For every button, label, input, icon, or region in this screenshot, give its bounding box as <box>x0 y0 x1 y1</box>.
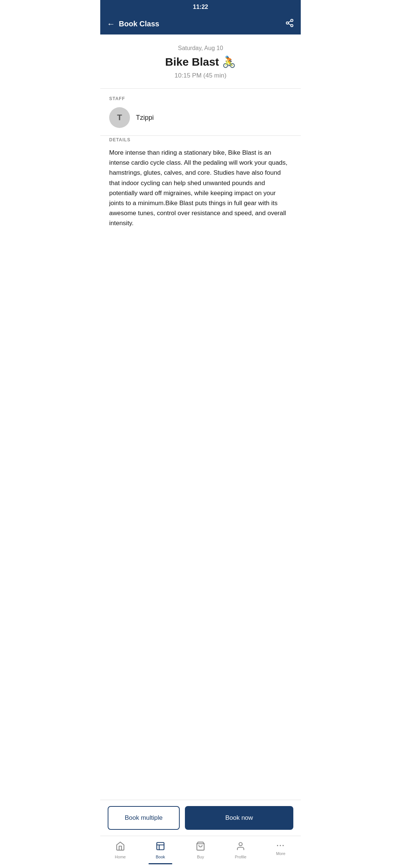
details-text: More intense than riding a stationary bi… <box>109 148 292 228</box>
status-bar: 11:22 <box>100 0 301 13</box>
details-section-label: DETAILS <box>109 137 292 142</box>
nav-item-buy[interactable]: Buy <box>180 840 221 861</box>
details-section: DETAILS More intense than riding a stati… <box>100 136 301 236</box>
status-time: 11:22 <box>193 4 208 10</box>
staff-name: Tzippi <box>136 114 154 122</box>
nav-item-book[interactable]: Book <box>140 840 180 861</box>
svg-rect-5 <box>157 842 164 850</box>
nav-label-book: Book <box>156 855 165 859</box>
staff-item: T Tzippi <box>109 107 292 128</box>
action-buttons: Book multiple Book now <box>100 800 301 836</box>
back-icon: ← <box>107 19 115 29</box>
svg-line-3 <box>288 24 291 25</box>
nav-label-more: More <box>276 851 285 856</box>
class-date: Saturday, Aug 10 <box>109 45 292 52</box>
staff-section: STAFF T Tzippi <box>100 89 301 135</box>
staff-avatar: T <box>109 107 130 128</box>
more-icon: ··· <box>277 841 285 850</box>
staff-initial: T <box>117 113 122 122</box>
nav-item-profile[interactable]: Profile <box>221 840 261 861</box>
nav-label-buy: Buy <box>197 855 204 859</box>
svg-point-9 <box>239 842 242 846</box>
share-icon[interactable] <box>285 19 294 29</box>
class-name: Bike Blast 🚴 <box>109 55 292 68</box>
book-icon <box>156 841 165 853</box>
nav-item-home[interactable]: Home <box>100 840 140 861</box>
staff-section-label: STAFF <box>109 96 292 101</box>
header-title: Book Class <box>119 20 159 28</box>
class-info: Saturday, Aug 10 Bike Blast 🚴 10:15 PM (… <box>100 34 301 88</box>
book-now-button[interactable]: Book now <box>185 806 293 830</box>
class-time: 10:15 PM (45 min) <box>109 72 292 79</box>
header: ← Book Class <box>100 13 301 34</box>
home-icon <box>115 841 125 853</box>
book-multiple-button[interactable]: Book multiple <box>108 806 180 830</box>
buy-icon <box>196 841 205 853</box>
nav-label-home: Home <box>115 855 125 859</box>
content-scroll: Saturday, Aug 10 Bike Blast 🚴 10:15 PM (… <box>100 34 301 800</box>
svg-line-4 <box>288 21 291 23</box>
back-button[interactable]: ← Book Class <box>107 19 159 29</box>
nav-label-profile: Profile <box>235 855 246 859</box>
bottom-nav: Home Book Buy Profile <box>100 836 301 868</box>
nav-item-more[interactable]: ··· More <box>261 840 301 861</box>
profile-icon <box>236 841 245 853</box>
